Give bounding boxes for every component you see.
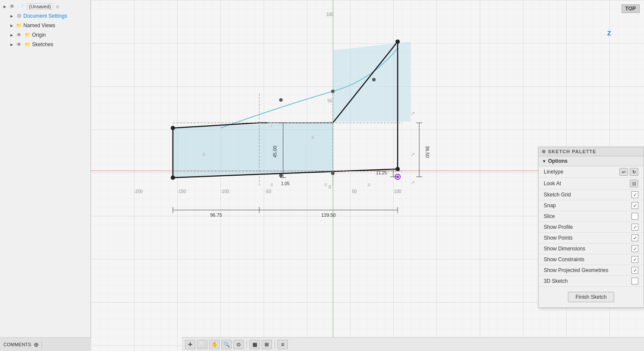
lookat-controls: ⊡ xyxy=(630,180,638,187)
svg-text:↗: ↗ xyxy=(411,111,415,117)
sidebar: ▶ 👁 📄 (Unsaved) ⊙ ▶ ⚙ Document Settings … xyxy=(0,0,91,351)
linetype-btn-2[interactable]: ↻ xyxy=(630,168,638,176)
linetype-btn-1[interactable]: ↩ xyxy=(619,168,628,176)
show-profile-label: Show Profile xyxy=(544,224,573,230)
svg-text:1.05: 1.05 xyxy=(281,181,290,186)
folder-icon-named-views: 📁 xyxy=(16,22,22,29)
sidebar-item-document-settings[interactable]: ▶ ⚙ Document Settings xyxy=(0,11,90,21)
svg-text:≡: ≡ xyxy=(367,182,370,188)
show-points-label: Show Points xyxy=(544,235,573,241)
toolbar-sep-1 xyxy=(246,341,247,348)
sidebar-item-document[interactable]: ▶ 👁 📄 (Unsaved) ⊙ xyxy=(0,2,90,11)
comments-divider xyxy=(41,341,42,348)
svg-text:139.50: 139.50 xyxy=(321,212,336,218)
show-points-checkbox[interactable] xyxy=(631,234,638,241)
sidebar-item-origin[interactable]: ▶ 👁 📁 Origin xyxy=(0,30,90,40)
svg-point-14 xyxy=(331,90,335,93)
sketch-grid-label: Sketch Grid xyxy=(544,192,571,198)
eye-icon-document[interactable]: 👁 xyxy=(9,3,16,10)
svg-point-15 xyxy=(372,78,376,82)
svg-text:↗: ↗ xyxy=(411,180,415,186)
projected-geom-checkbox[interactable] xyxy=(631,267,638,274)
toolbar-grid-btn[interactable]: ⊞ xyxy=(261,340,272,349)
svg-text:↗: ↗ xyxy=(411,152,415,158)
palette-header: SKETCH PALETTE xyxy=(539,147,644,156)
svg-point-31 xyxy=(279,174,283,177)
palette-row-show-constraints: Show Constraints xyxy=(539,254,644,265)
svg-text:↕: ↕ xyxy=(270,123,273,129)
expand-arrow-origin: ▶ xyxy=(9,32,15,38)
expand-arrow-named-views: ▶ xyxy=(9,22,15,28)
svg-text:100: 100 xyxy=(394,189,402,194)
toolbar-select-btn[interactable]: ⬜ xyxy=(197,340,207,349)
svg-text:-200: -200 xyxy=(134,189,143,194)
lookat-label: Look At xyxy=(544,180,561,187)
main-container: ▶ 👁 📄 (Unsaved) ⊙ ▶ ⚙ Document Settings … xyxy=(0,0,644,351)
palette-title: SKETCH PALETTE xyxy=(548,149,596,154)
toolbar-snap-btn[interactable]: ✛ xyxy=(185,340,195,349)
comments-add-icon[interactable]: ⊕ xyxy=(34,341,39,348)
palette-dot xyxy=(542,150,545,153)
svg-text:0: 0 xyxy=(328,185,331,190)
sidebar-item-named-views[interactable]: ▶ 📁 Named Views xyxy=(0,21,90,30)
palette-row-3d-sketch: 3D Sketch xyxy=(539,276,644,287)
toolbar-view-btn[interactable]: ⊙ xyxy=(233,340,244,349)
svg-text:≡: ≡ xyxy=(324,182,327,188)
eye-icon-origin[interactable]: 👁 xyxy=(16,32,22,38)
svg-point-32 xyxy=(331,172,335,175)
sidebar-item-sketches[interactable]: ▶ 👁 📁 Sketches xyxy=(0,40,90,49)
pin-icon: ⊙ xyxy=(54,3,61,10)
svg-text:11.25: 11.25 xyxy=(376,171,387,175)
palette-row-show-profile: Show Profile xyxy=(539,222,644,233)
svg-text:≡: ≡ xyxy=(311,134,314,140)
toolbar-zoom-btn[interactable]: 🔍 xyxy=(221,340,232,349)
svg-text:50: 50 xyxy=(327,98,332,103)
svg-text:36.50: 36.50 xyxy=(425,146,430,158)
snap-label: Snap xyxy=(544,202,556,209)
folder-icon-sketches: 📁 xyxy=(24,41,31,48)
show-constraints-checkbox[interactable] xyxy=(631,256,638,263)
svg-point-13 xyxy=(279,98,283,102)
svg-point-27 xyxy=(171,126,175,130)
linetype-controls: ↩ ↻ xyxy=(619,168,638,176)
expand-arrow-document: ▶ xyxy=(2,3,8,9)
section-arrow: ▼ xyxy=(542,159,546,164)
slice-label: Slice xyxy=(544,213,555,219)
palette-options-section[interactable]: ▼ Options xyxy=(539,156,644,166)
palette-row-slice: Slice xyxy=(539,211,644,222)
finish-sketch-button[interactable]: Finish Sketch xyxy=(568,292,614,302)
show-constraints-label: Show Constraints xyxy=(544,256,584,262)
doc-icon: 📄 xyxy=(17,3,24,10)
3d-sketch-label: 3D Sketch xyxy=(544,278,567,284)
sidebar-label-sketches: Sketches xyxy=(32,41,53,47)
bottom-toolbar: ✛ ⬜ ✋ 🔍 ⊙ ▦ ⊞ ≡ xyxy=(182,337,644,351)
snap-checkbox[interactable] xyxy=(631,202,638,209)
svg-marker-12 xyxy=(333,42,411,122)
linetype-label: Linetype xyxy=(544,169,563,175)
show-dimensions-label: Show Dimensions xyxy=(544,246,585,252)
3d-sketch-checkbox[interactable] xyxy=(631,278,638,285)
toolbar-pan-btn[interactable]: ✋ xyxy=(209,340,220,349)
slice-checkbox[interactable] xyxy=(631,213,638,220)
show-profile-checkbox[interactable] xyxy=(631,224,638,231)
lookat-btn[interactable]: ⊡ xyxy=(630,180,638,187)
svg-text:45.00: 45.00 xyxy=(272,146,277,158)
palette-row-lookat: Look At ⊡ xyxy=(539,178,644,190)
sidebar-label-origin: Origin xyxy=(32,32,46,38)
svg-text:50: 50 xyxy=(352,189,357,194)
palette-row-show-dimensions: Show Dimensions xyxy=(539,243,644,254)
sidebar-label-doc-settings: Document Settings xyxy=(23,13,67,19)
sketch-grid-checkbox[interactable] xyxy=(631,191,638,198)
expand-arrow-sketches: ▶ xyxy=(9,41,15,47)
toolbar-more-btn[interactable]: ≡ xyxy=(277,340,288,349)
eye-icon-sketches[interactable]: 👁 xyxy=(16,41,22,48)
toolbar-display-btn[interactable]: ▦ xyxy=(249,340,260,349)
toolbar-sep-2 xyxy=(274,341,275,348)
projected-geom-label: Show Projected Geometries xyxy=(544,267,608,273)
canvas-area[interactable]: 100 50 0 -200 -150 -100 -50 50 100 xyxy=(91,0,644,351)
svg-text:96.75: 96.75 xyxy=(210,212,222,218)
comments-bar: COMMENTS ⊕ xyxy=(0,337,91,351)
palette-row-projected-geom: Show Projected Geometries xyxy=(539,265,644,276)
show-dimensions-checkbox[interactable] xyxy=(631,245,638,252)
svg-text:-50: -50 xyxy=(265,189,271,194)
